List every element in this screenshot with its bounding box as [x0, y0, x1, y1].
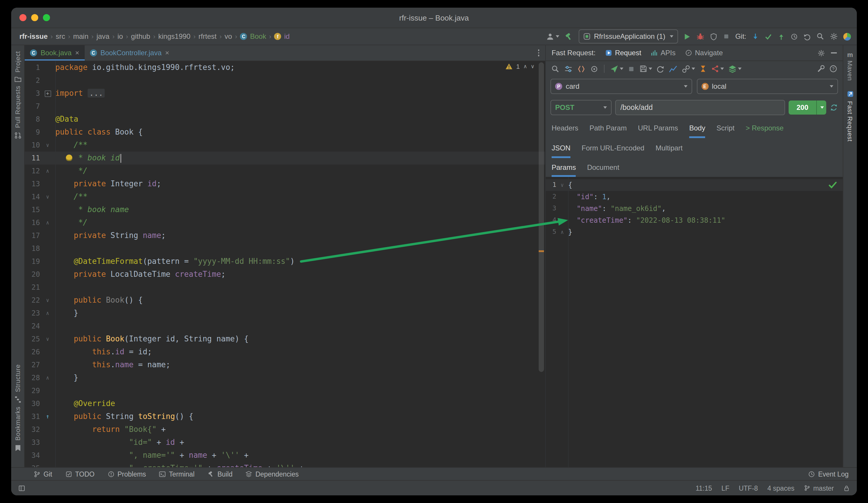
line-number[interactable]: 12: [25, 165, 40, 177]
code-line[interactable]: 28∧ }: [25, 371, 545, 384]
line-number[interactable]: 28: [25, 371, 40, 384]
tab-book-java[interactable]: C Book.java ×: [25, 45, 84, 61]
method-select[interactable]: POST: [550, 99, 612, 115]
layout-widget-icon[interactable]: [18, 484, 25, 492]
code-line[interactable]: 9public class Book {: [25, 126, 545, 139]
indent-setting[interactable]: 4 spaces: [767, 484, 795, 492]
line-number[interactable]: 9: [25, 126, 40, 139]
breadcrumb-item[interactable]: rfrtest: [198, 32, 216, 41]
code-line[interactable]: 35 ", createTime='" + createTime + '\'' …: [25, 462, 545, 467]
panel-settings-gear-icon[interactable]: [817, 49, 825, 57]
line-number[interactable]: 31: [25, 410, 40, 423]
git-branch-widget[interactable]: master: [804, 484, 834, 492]
tab-multipart[interactable]: Multipart: [655, 138, 682, 158]
line-number[interactable]: 15: [25, 203, 40, 216]
line-number[interactable]: 8: [25, 113, 40, 126]
filter-settings-icon[interactable]: [564, 64, 573, 73]
code-line[interactable]: 31↑ public String toString() {: [25, 410, 545, 423]
code-line[interactable]: 2: [25, 74, 545, 87]
history-icon[interactable]: [790, 33, 798, 40]
toolwindow-dependencies[interactable]: Dependencies: [246, 470, 299, 478]
fold-marker-icon[interactable]: ∨: [40, 190, 55, 203]
timeout-hourglass-icon[interactable]: [699, 65, 707, 73]
tab-script[interactable]: Script: [716, 118, 734, 138]
inspection-widget[interactable]: 1 ∧ ∨: [505, 63, 535, 70]
code-line[interactable]: 34 ", name='" + name + '\'' +: [25, 449, 545, 462]
line-number[interactable]: 1: [546, 179, 556, 191]
code-line[interactable]: 15 * book name: [25, 203, 545, 216]
code-line[interactable]: 10∨ /**: [25, 139, 545, 151]
toolwindow-todo[interactable]: TODO: [65, 470, 94, 478]
line-number[interactable]: 2: [546, 191, 556, 203]
scrollbar-thumb[interactable]: [539, 62, 544, 372]
line-number[interactable]: 4: [546, 214, 556, 226]
line-number[interactable]: 24: [25, 319, 40, 333]
project-folder-icon[interactable]: [14, 76, 21, 83]
breadcrumb-item[interactable]: src: [55, 32, 65, 41]
fold-expand-icon[interactable]: +: [40, 87, 55, 100]
line-number[interactable]: 5: [546, 226, 556, 238]
toolwindow-terminal[interactable]: Terminal: [159, 470, 195, 478]
code-line[interactable]: 19 @DateTimeFormat(pattern = "yyyy-MM-dd…: [25, 255, 545, 268]
code-line[interactable]: 22∨ public Book() {: [25, 294, 545, 307]
toolwindow-git[interactable]: Git: [33, 470, 52, 478]
tab-body[interactable]: Body: [689, 118, 705, 138]
tab-response[interactable]: > Response: [746, 118, 784, 138]
code-line[interactable]: 25∨ public Book(Integer id, String name)…: [25, 333, 545, 346]
prev-problem-icon[interactable]: ∧: [524, 63, 527, 69]
code-line[interactable]: 8@Data: [25, 113, 545, 126]
save-icon[interactable]: [639, 65, 652, 73]
fast-request-icon[interactable]: [847, 90, 854, 97]
code-line[interactable]: 24: [25, 319, 545, 333]
line-number[interactable]: 10: [25, 139, 40, 151]
line-number[interactable]: 3: [25, 87, 40, 100]
fold-marker-icon[interactable]: ∧: [40, 307, 55, 319]
minimize-window-button[interactable]: [31, 14, 38, 21]
line-number[interactable]: 20: [25, 268, 40, 281]
line-number[interactable]: 30: [25, 397, 40, 410]
bookmarks-icon[interactable]: [14, 444, 21, 452]
breadcrumb-item[interactable]: github: [131, 32, 150, 41]
format-json-icon[interactable]: [577, 64, 586, 73]
pull-requests-icon[interactable]: [14, 132, 21, 139]
project-select[interactable]: P card: [550, 79, 692, 94]
code-line[interactable]: 33 "id=" + id +: [25, 436, 545, 449]
code-line[interactable]: 23∧ }: [25, 307, 545, 319]
code-line[interactable]: 21: [25, 281, 545, 294]
code-line[interactable]: 27 this.name = name;: [25, 358, 545, 371]
breadcrumb-item[interactable]: rfr-issue: [19, 32, 48, 41]
code-line[interactable]: 18: [25, 242, 545, 255]
line-number[interactable]: 18: [25, 242, 40, 255]
environment-select[interactable]: E local: [696, 79, 838, 94]
plugin-ball-icon[interactable]: [843, 33, 851, 40]
debug-button[interactable]: [696, 32, 705, 41]
line-number[interactable]: 19: [25, 255, 40, 268]
line-number[interactable]: 22: [25, 294, 40, 307]
intention-bulb-icon[interactable]: [66, 155, 72, 161]
close-window-button[interactable]: [19, 14, 27, 21]
fold-marker-icon[interactable]: ∧: [40, 216, 55, 229]
line-ending[interactable]: LF: [722, 484, 730, 492]
line-number[interactable]: 32: [25, 423, 40, 436]
tab-url-params[interactable]: URL Params: [638, 118, 678, 138]
share-icon[interactable]: [711, 65, 724, 73]
fold-marker-icon[interactable]: ∨: [40, 294, 55, 307]
hidden-tabs-menu-icon[interactable]: [532, 45, 545, 61]
sidebar-item-structure[interactable]: Structure: [14, 364, 21, 392]
line-number[interactable]: 35: [25, 462, 40, 467]
line-number[interactable]: 21: [25, 281, 40, 294]
toolwindow-build[interactable]: Build: [208, 470, 232, 478]
send-request-icon[interactable]: [610, 64, 623, 73]
zoom-window-button[interactable]: [43, 14, 50, 21]
line-number[interactable]: 34: [25, 449, 40, 462]
editor-scrollbar[interactable]: [538, 61, 545, 467]
scope-icon[interactable]: [590, 64, 599, 73]
user-account-icon[interactable]: [546, 32, 559, 41]
wrench-icon[interactable]: [817, 65, 825, 73]
tab-form-url-encoded[interactable]: Form URL-Encoded: [582, 138, 644, 158]
code-line[interactable]: 17 private String name;: [25, 229, 545, 242]
tab-json[interactable]: JSON: [551, 138, 570, 158]
sidebar-item-maven[interactable]: Maven: [847, 61, 854, 81]
tab-bookcontroller-java[interactable]: C BookController.java ×: [84, 45, 174, 61]
settings-gear-icon[interactable]: [830, 32, 838, 41]
